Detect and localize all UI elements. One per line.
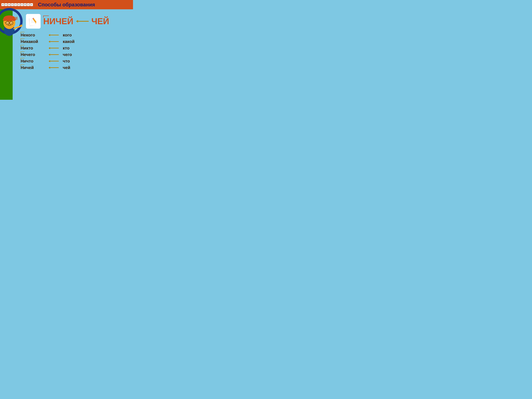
table-row: Никакой какой [21, 39, 129, 44]
word-right-3: чего [63, 52, 72, 57]
header-bar: И Н Ф О З Н А Й К А Способы образования [0, 0, 133, 9]
logo-letter-6: Н [17, 3, 20, 6]
page-title: Способы образования [38, 2, 95, 8]
table-row: Нечего чего [21, 52, 129, 57]
word-chey-big: ЧЕЙ [91, 16, 109, 26]
prefix-bracket-3 [21, 51, 25, 53]
word-left-1: Никакой [21, 39, 47, 44]
svg-line-13 [14, 26, 21, 29]
row-arrow-1 [49, 41, 59, 43]
row-arrow-head-4 [49, 60, 50, 62]
svg-point-3 [3, 18, 6, 21]
row-arrow-head-0 [49, 34, 50, 36]
word-left-4: Ничто [21, 59, 47, 63]
word-left-5: Ничей [21, 65, 47, 70]
row-arrow-line-0 [50, 35, 59, 35]
logo-letter-10: А [30, 3, 33, 6]
row-arrow-head-1 [49, 41, 50, 43]
logo-letter-1: И [1, 3, 4, 6]
prefix-bracket-1 [21, 38, 25, 40]
word-left-3: Нечего [21, 52, 47, 57]
prefix-bracket-2 [21, 45, 25, 47]
word-right-5: чей [63, 65, 70, 70]
main-content: НИЧЕЙ ЧЕЙ Некого кого Ник [13, 9, 133, 100]
word-nichey: НИЧЕЙ [43, 17, 73, 26]
logo: И Н Ф О З Н А Й К А [1, 3, 33, 6]
row-arrow-2 [49, 47, 59, 49]
logo-letter-8: Й [24, 3, 27, 6]
table-row: Ничто что [21, 59, 129, 63]
logo-letter-5: З [14, 3, 17, 6]
word-left-2: Никто [21, 46, 47, 51]
row-arrow-line-3 [50, 54, 59, 55]
arrow-line [78, 21, 89, 22]
row-arrow-head-2 [49, 47, 50, 49]
logo-letter-9: К [27, 3, 30, 6]
row-arrow-4 [49, 60, 59, 62]
row-arrow-line-2 [50, 48, 59, 48]
character-illustration [0, 9, 23, 36]
roman-numeral-label: III [14, 16, 18, 21]
word-right-2: кто [63, 46, 70, 51]
table-row: Ничей чей [21, 65, 129, 70]
row-arrow-line-4 [50, 61, 59, 61]
logo-letter-3: Ф [8, 3, 11, 6]
table-row: Некого кого [21, 32, 129, 38]
notebook-icon [26, 14, 41, 29]
svg-point-12 [11, 23, 12, 24]
row-arrow-5 [49, 67, 59, 69]
prefix-bracket-4 [21, 58, 25, 60]
word-right-0: кого [63, 32, 72, 38]
logo-letter-4: О [11, 3, 14, 6]
row-arrow-head-3 [49, 54, 50, 56]
logo-letter-2: Н [5, 3, 7, 6]
table-row: Никто кто [21, 46, 129, 51]
word-nichey-container: НИЧЕЙ [43, 16, 73, 26]
top-example-row: НИЧЕЙ ЧЕЙ [26, 14, 129, 29]
row-arrow-line-1 [50, 41, 59, 42]
svg-point-14 [20, 25, 22, 27]
word-right-4: что [63, 59, 70, 63]
word-right-1: какой [63, 39, 75, 44]
row-arrow-line-5 [50, 67, 59, 68]
main-arrow [76, 20, 89, 23]
word-rows: Некого кого Никакой какой Никт [21, 32, 129, 70]
prefix-bracket-5 [21, 64, 25, 66]
svg-point-11 [7, 23, 8, 24]
arrow-head-icon [76, 20, 78, 23]
row-arrow-3 [49, 54, 59, 56]
row-arrow-head-5 [49, 67, 50, 69]
logo-letter-7: А [20, 3, 23, 6]
word-left-0: Некого [21, 32, 47, 38]
row-arrow-0 [49, 34, 59, 36]
